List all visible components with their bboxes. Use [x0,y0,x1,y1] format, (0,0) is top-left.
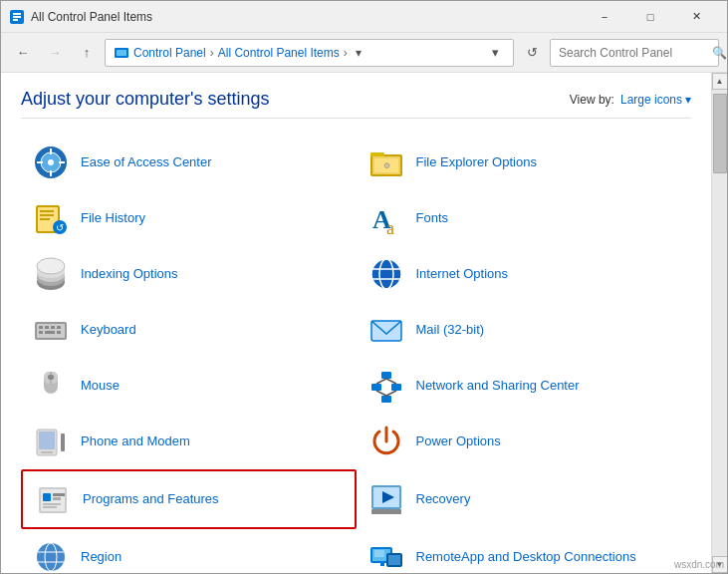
svg-rect-55 [381,396,391,403]
search-icon: 🔍 [712,46,727,60]
refresh-button[interactable]: ↺ [518,39,546,67]
svg-rect-45 [57,331,61,334]
control-item-file-explorer-options[interactable]: ⚙File Explorer Options [357,135,692,190]
window-title: All Control Panel Items [31,10,582,24]
main-content: Adjust your computer's settings View by:… [1,73,711,573]
svg-rect-68 [53,497,61,500]
main-window: All Control Panel Items − □ ✕ ← → ↑ Cont… [0,0,728,574]
scroll-up-button[interactable]: ▲ [712,73,728,90]
control-item-file-history[interactable]: ↺File History [21,190,357,246]
address-dropdown[interactable]: ▾ [485,43,505,63]
svg-rect-74 [371,509,401,514]
mail-icon [366,310,406,350]
svg-text:a: a [386,218,394,236]
control-item-power-options[interactable]: Power Options [357,414,692,469]
svg-rect-1 [13,13,21,15]
content-header: Adjust your computer's settings View by:… [21,89,691,119]
item-label-region: Region [81,549,121,566]
back-button[interactable]: ← [9,39,37,67]
scroll-down-button[interactable]: ▼ [712,556,728,573]
svg-line-57 [386,379,396,384]
control-item-phone-modem[interactable]: Phone and Modem [21,414,357,469]
svg-text:↺: ↺ [56,222,64,233]
control-item-internet-options[interactable]: Internet Options [357,246,692,302]
breadcrumb-dropdown[interactable]: ▾ [356,46,362,60]
forward-button[interactable]: → [41,39,69,67]
item-label-network-sharing: Network and Sharing Center [416,378,580,395]
item-label-internet-options: Internet Options [416,266,509,283]
control-item-recovery[interactable]: Recovery [357,469,692,529]
power-icon [366,422,406,461]
item-label-recovery: Recovery [416,491,471,508]
svg-text:⚙: ⚙ [382,161,389,170]
svg-rect-70 [43,506,57,508]
search-box[interactable]: 🔍 [550,39,719,67]
svg-rect-14 [370,152,384,156]
minimize-button[interactable]: − [582,1,627,33]
control-item-mail[interactable]: Mail (32-bit) [357,302,692,358]
svg-point-75 [37,543,65,571]
scrollbar: ▲ ▼ [711,73,727,573]
svg-point-12 [48,159,54,165]
scroll-thumb[interactable] [713,94,727,173]
svg-rect-3 [13,19,18,21]
control-item-mouse[interactable]: Mouse [21,358,357,414]
svg-rect-5 [117,50,126,56]
item-label-keyboard: Keyboard [81,322,136,339]
programs-icon [33,479,73,519]
title-bar: All Control Panel Items − □ ✕ [1,1,727,33]
search-input[interactable] [559,46,708,60]
fonts-icon: Aa [366,198,406,238]
up-button[interactable]: ↑ [73,39,101,67]
item-label-programs-features: Programs and Features [83,491,219,508]
control-item-indexing-options[interactable]: Indexing Options [21,246,357,302]
svg-rect-69 [43,503,61,505]
window-icon [9,9,25,25]
control-item-keyboard[interactable]: Keyboard [21,302,357,358]
phone-icon [31,422,71,461]
address-path[interactable]: Control Panel › All Control Panel Items … [105,39,514,67]
close-button[interactable]: ✕ [673,1,719,33]
control-item-programs-features[interactable]: Programs and Features [21,469,357,529]
svg-rect-22 [40,218,50,220]
svg-rect-54 [391,384,401,391]
svg-rect-39 [39,326,43,329]
control-item-remoteapp[interactable]: RemoteApp and Desktop Connections [357,529,692,573]
view-by-label: View by: [570,93,614,107]
recovery-icon [366,479,406,519]
internet-icon [366,254,406,294]
svg-point-31 [37,258,65,274]
svg-rect-84 [374,550,384,557]
page-title: Adjust your computer's settings [21,89,270,110]
network-icon [366,366,406,406]
view-by-control: View by: Large icons ▾ [570,93,691,107]
window-controls: − □ ✕ [582,1,719,33]
view-by-value-text: Large icons [620,93,682,107]
file-history-icon: ↺ [31,198,71,238]
item-label-mouse: Mouse [81,378,120,395]
region-icon [31,537,71,573]
ease-icon [31,143,71,182]
control-item-ease-of-access[interactable]: Ease of Access Center [21,135,357,190]
content-area: Adjust your computer's settings View by:… [1,73,727,573]
svg-rect-20 [40,210,54,212]
svg-rect-62 [41,451,53,453]
view-by-arrow: ▾ [685,93,691,107]
item-label-file-explorer-options: File Explorer Options [416,154,537,171]
breadcrumb-control-panel[interactable]: Control Panel [133,46,206,60]
control-item-network-sharing[interactable]: Network and Sharing Center [357,358,692,414]
item-label-mail: Mail (32-bit) [416,322,485,339]
svg-line-56 [376,379,386,384]
maximize-button[interactable]: □ [627,1,673,33]
keyboard-icon [31,310,71,350]
view-by-dropdown[interactable]: Large icons ▾ [620,93,691,107]
scroll-track[interactable] [712,90,727,556]
svg-rect-61 [39,431,55,449]
control-item-fonts[interactable]: AaFonts [357,190,692,246]
svg-rect-63 [61,433,65,451]
remoteapp-icon [366,537,406,573]
svg-rect-67 [53,493,65,496]
svg-rect-41 [51,326,55,329]
breadcrumb-all-items[interactable]: All Control Panel Items [218,46,340,60]
control-item-region[interactable]: Region [21,529,357,573]
